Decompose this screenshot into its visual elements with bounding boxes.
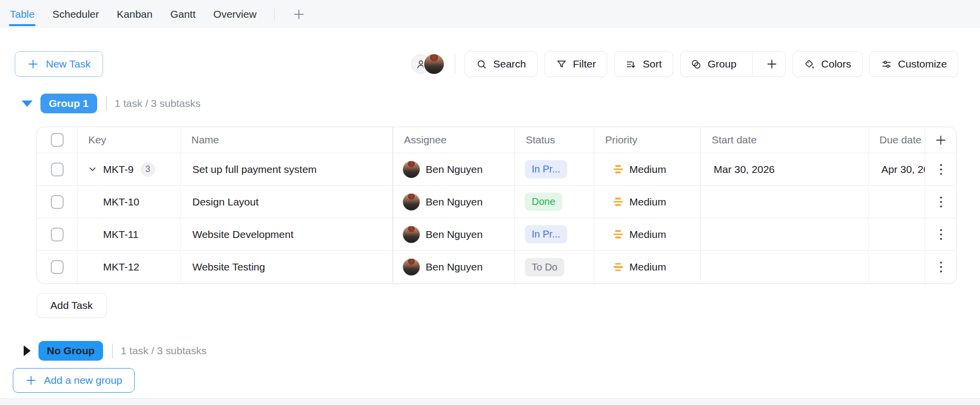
column-header-start-date[interactable]: Start date	[701, 127, 869, 153]
row-checkbox-cell	[37, 153, 77, 185]
tab-table[interactable]: Table	[10, 0, 35, 28]
member-avatar	[424, 54, 444, 74]
search-icon	[476, 59, 487, 70]
row-menu-icon[interactable]	[940, 195, 943, 209]
due-date-cell[interactable]	[869, 251, 925, 283]
task-table: Key Name Assignee Status Priority Start …	[36, 127, 957, 284]
column-header-priority[interactable]: Priority	[594, 127, 701, 153]
row-checkbox[interactable]	[51, 195, 64, 209]
plus-icon	[292, 8, 305, 21]
column-header-key[interactable]: Key	[77, 127, 181, 153]
tab-kanban-label: Kanban	[117, 8, 152, 20]
add-task-button[interactable]: Add Task	[36, 293, 107, 318]
start-date-cell[interactable]: Mar 30, 2026	[701, 153, 869, 185]
due-date-cell[interactable]	[869, 186, 925, 218]
row-checkbox[interactable]	[51, 228, 64, 241]
customize-button[interactable]: Customize	[870, 51, 958, 77]
colors-button[interactable]: Colors	[793, 51, 863, 77]
start-date-cell[interactable]	[701, 218, 869, 250]
group-button[interactable]: Group	[681, 52, 746, 76]
add-new-group-label: Add a new group	[44, 374, 122, 386]
task-app-window: { "view_tabs": { "items": [ {"label": "T…	[0, 0, 980, 405]
row-menu-icon[interactable]	[940, 163, 943, 176]
row-menu-icon[interactable]	[940, 260, 943, 274]
task-name-cell[interactable]: Set up full payment system	[181, 153, 393, 185]
row-checkbox-cell	[37, 218, 77, 250]
collapse-triangle-icon[interactable]	[22, 101, 33, 107]
priority-label: Medium	[629, 164, 666, 175]
status-badge[interactable]: In Pr...	[525, 160, 567, 178]
status-badge[interactable]: Done	[525, 193, 562, 211]
filter-button[interactable]: Filter	[544, 51, 608, 77]
column-header-assignee[interactable]: Assignee	[393, 127, 515, 153]
tab-overview[interactable]: Overview	[214, 0, 257, 28]
tab-gantt-label: Gantt	[170, 8, 195, 20]
priority-cell[interactable]: Medium	[594, 218, 701, 250]
due-date-cell[interactable]	[869, 218, 925, 250]
table-row[interactable]: MKT-11 Website Development Ben Nguyen In…	[37, 218, 956, 251]
column-header-due-date[interactable]: Due date	[869, 127, 925, 153]
select-all-cell	[37, 127, 77, 153]
select-all-checkbox[interactable]	[51, 133, 64, 147]
group-name-badge[interactable]: Group 1	[40, 94, 97, 113]
status-cell: To Do	[515, 251, 594, 283]
filter-label: Filter	[573, 58, 596, 70]
expand-chevron-icon[interactable]	[87, 164, 103, 174]
task-key-cell: MKT-11	[77, 218, 181, 250]
priority-cell[interactable]: Medium	[594, 153, 701, 185]
add-new-group-button[interactable]: Add a new group	[13, 368, 135, 393]
table-body: MKT-9 3 Set up full payment system Ben N…	[37, 153, 956, 283]
plus-icon	[25, 374, 37, 386]
row-menu-icon[interactable]	[940, 228, 943, 241]
tab-gantt[interactable]: Gantt	[170, 0, 195, 28]
task-name-cell[interactable]: Website Development	[181, 218, 393, 250]
priority-label: Medium	[629, 261, 666, 273]
toolbar-divider	[455, 55, 455, 73]
start-date-cell[interactable]	[701, 251, 869, 283]
assignee-avatar	[403, 259, 420, 275]
start-date-cell[interactable]	[701, 186, 869, 218]
group-name-badge[interactable]: No Group	[38, 341, 103, 361]
priority-cell[interactable]: Medium	[594, 251, 701, 283]
row-checkbox[interactable]	[51, 163, 64, 176]
tab-scheduler[interactable]: Scheduler	[52, 0, 99, 28]
row-checkbox[interactable]	[51, 260, 64, 274]
assignee-cell[interactable]: Ben Nguyen	[393, 153, 515, 185]
assignee-cell[interactable]: Ben Nguyen	[393, 186, 515, 218]
due-date: Apr 30, 2026	[881, 164, 925, 175]
tab-kanban[interactable]: Kanban	[117, 0, 152, 28]
status-badge[interactable]: In Pr...	[525, 225, 567, 243]
table-row[interactable]: MKT-12 Website Testing Ben Nguyen To Do …	[37, 251, 956, 283]
assignee-cell[interactable]: Ben Nguyen	[393, 251, 515, 283]
task-name: Design Layout	[192, 196, 258, 208]
plus-icon	[766, 58, 778, 70]
assignee-cell[interactable]: Ben Nguyen	[393, 218, 515, 250]
filter-icon	[556, 59, 567, 70]
add-group-field-button[interactable]	[759, 52, 785, 76]
new-task-button[interactable]: New Task	[15, 51, 103, 77]
table-row[interactable]: MKT-10 Design Layout Ben Nguyen Done Med…	[37, 186, 956, 218]
column-header-name[interactable]: Name	[181, 127, 393, 153]
due-date-cell[interactable]: Apr 30, 2026	[869, 153, 925, 185]
tab-scheduler-label: Scheduler	[52, 8, 99, 20]
bottom-edge-strip	[0, 398, 980, 405]
assignee-filter[interactable]	[411, 53, 445, 75]
add-column-button[interactable]	[925, 127, 956, 153]
group-split-button: Group	[680, 51, 786, 77]
column-header-status[interactable]: Status	[515, 127, 594, 153]
priority-cell[interactable]: Medium	[594, 186, 701, 218]
status-badge[interactable]: To Do	[525, 258, 564, 276]
sort-button[interactable]: Sort	[614, 51, 673, 77]
assignee-avatar	[403, 161, 420, 178]
task-key-cell: MKT-12	[77, 251, 181, 283]
search-button[interactable]: Search	[465, 51, 538, 77]
task-key: MKT-10	[103, 196, 140, 208]
task-name-cell[interactable]: Website Testing	[181, 251, 393, 283]
expand-triangle-icon[interactable]	[24, 345, 31, 356]
priority-label: Medium	[629, 196, 666, 208]
task-key: MKT-12	[103, 261, 140, 273]
assignee-name: Ben Nguyen	[426, 164, 483, 175]
add-view-button[interactable]	[292, 8, 305, 21]
task-name-cell[interactable]: Design Layout	[181, 186, 393, 218]
table-row[interactable]: MKT-9 3 Set up full payment system Ben N…	[37, 153, 956, 186]
